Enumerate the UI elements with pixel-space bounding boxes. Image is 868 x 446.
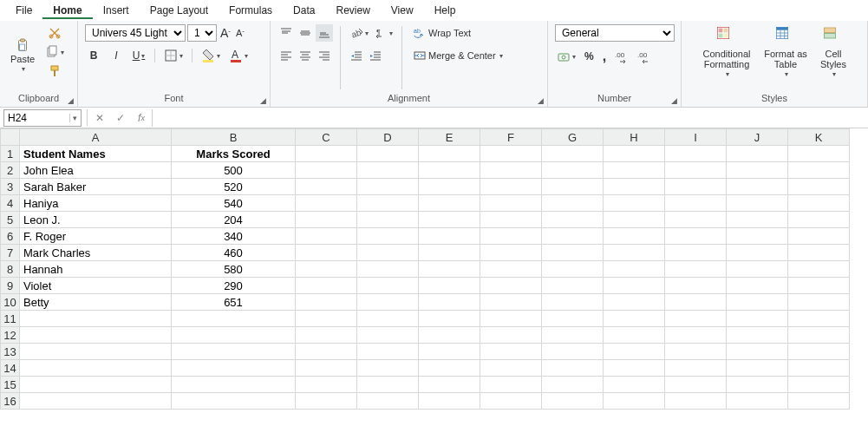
cell[interactable] bbox=[419, 344, 480, 360]
cell[interactable] bbox=[172, 311, 296, 327]
cell[interactable] bbox=[296, 162, 357, 179]
rtl-button[interactable]: ¶▾ bbox=[372, 24, 395, 42]
row-header[interactable]: 3 bbox=[1, 179, 20, 195]
cell[interactable] bbox=[542, 311, 604, 327]
cell[interactable] bbox=[357, 195, 419, 212]
row-header[interactable]: 4 bbox=[1, 195, 20, 212]
cell[interactable] bbox=[604, 261, 665, 278]
cell[interactable] bbox=[296, 278, 357, 294]
cell[interactable] bbox=[296, 377, 357, 393]
row-header[interactable]: 6 bbox=[1, 228, 20, 245]
cell[interactable] bbox=[665, 327, 727, 344]
cell[interactable] bbox=[665, 146, 727, 162]
cell[interactable] bbox=[727, 195, 788, 212]
cell[interactable] bbox=[419, 261, 480, 278]
cell[interactable] bbox=[357, 377, 419, 393]
cell[interactable] bbox=[419, 311, 480, 327]
column-header[interactable]: F bbox=[480, 129, 542, 146]
row-header[interactable]: 5 bbox=[1, 212, 20, 228]
formula-input[interactable] bbox=[152, 109, 868, 127]
cell[interactable] bbox=[419, 195, 480, 212]
cell[interactable] bbox=[357, 261, 419, 278]
dialog-launcher-icon[interactable]: ◢ bbox=[671, 96, 677, 105]
cell[interactable]: 540 bbox=[172, 195, 296, 212]
cell[interactable] bbox=[172, 377, 296, 393]
row-header[interactable]: 16 bbox=[1, 393, 20, 410]
cell[interactable] bbox=[357, 212, 419, 228]
cell[interactable] bbox=[480, 393, 542, 410]
cell[interactable]: Hannah bbox=[20, 261, 172, 278]
align-top-button[interactable] bbox=[277, 24, 295, 42]
merge-center-button[interactable]: Merge & Center ▾ bbox=[409, 47, 522, 64]
cell[interactable] bbox=[480, 261, 542, 278]
menu-review[interactable]: Review bbox=[325, 2, 380, 19]
cell[interactable] bbox=[604, 146, 665, 162]
cell[interactable]: Marks Scored bbox=[172, 146, 296, 162]
font-name-select[interactable]: Univers 45 Light bbox=[85, 24, 186, 42]
menu-file[interactable]: File bbox=[5, 2, 42, 19]
cell[interactable] bbox=[665, 245, 727, 261]
decrease-decimal-button[interactable]: .00 bbox=[636, 48, 653, 65]
increase-indent-button[interactable] bbox=[367, 47, 384, 64]
cell[interactable]: Leon J. bbox=[20, 212, 172, 228]
column-header[interactable]: H bbox=[604, 129, 665, 146]
row-header[interactable]: 15 bbox=[1, 377, 20, 393]
cell[interactable] bbox=[20, 311, 172, 327]
row-header[interactable]: 11 bbox=[1, 311, 20, 327]
cell[interactable] bbox=[480, 162, 542, 179]
column-header[interactable]: B bbox=[172, 129, 296, 146]
cell[interactable] bbox=[419, 294, 480, 311]
dialog-launcher-icon[interactable]: ◢ bbox=[260, 96, 266, 105]
wrap-text-button[interactable]: ab Wrap Text bbox=[409, 24, 513, 42]
cell[interactable] bbox=[419, 393, 480, 410]
row-header[interactable]: 10 bbox=[1, 294, 20, 311]
cell[interactable] bbox=[542, 212, 604, 228]
conditional-formatting-button[interactable]: ConditionalFormatting ▾ bbox=[696, 24, 757, 81]
cell[interactable] bbox=[604, 294, 665, 311]
borders-button[interactable]: ▾ bbox=[162, 47, 185, 64]
align-middle-button[interactable] bbox=[297, 24, 314, 42]
cell[interactable] bbox=[604, 360, 665, 377]
cell[interactable] bbox=[604, 278, 665, 294]
cell[interactable] bbox=[604, 195, 665, 212]
menu-home[interactable]: Home bbox=[42, 2, 92, 19]
cell[interactable]: 340 bbox=[172, 228, 296, 245]
cell[interactable] bbox=[665, 261, 727, 278]
cell[interactable] bbox=[419, 162, 480, 179]
cell[interactable] bbox=[357, 360, 419, 377]
row-header[interactable]: 9 bbox=[1, 278, 20, 294]
cell[interactable] bbox=[296, 228, 357, 245]
cell[interactable] bbox=[542, 294, 604, 311]
cell[interactable] bbox=[542, 162, 604, 179]
fx-button[interactable]: fx bbox=[131, 109, 152, 127]
menu-help[interactable]: Help bbox=[424, 2, 467, 19]
cell[interactable] bbox=[665, 393, 727, 410]
column-header[interactable]: C bbox=[296, 129, 357, 146]
cell[interactable] bbox=[357, 311, 419, 327]
cell[interactable] bbox=[480, 294, 542, 311]
cell[interactable] bbox=[788, 146, 850, 162]
cell[interactable] bbox=[172, 360, 296, 377]
decrease-font-button[interactable]: Aˇ bbox=[234, 26, 246, 40]
cell[interactable] bbox=[665, 344, 727, 360]
cell[interactable] bbox=[296, 327, 357, 344]
fill-color-button[interactable]: ▾ bbox=[199, 47, 222, 64]
cell[interactable]: 520 bbox=[172, 179, 296, 195]
cell[interactable] bbox=[542, 146, 604, 162]
select-all-corner[interactable] bbox=[1, 129, 20, 146]
cell[interactable] bbox=[727, 245, 788, 261]
cell[interactable] bbox=[727, 228, 788, 245]
cell[interactable] bbox=[788, 377, 850, 393]
cell[interactable] bbox=[480, 146, 542, 162]
increase-decimal-button[interactable]: .00 bbox=[613, 48, 630, 65]
cell[interactable] bbox=[480, 377, 542, 393]
cell[interactable] bbox=[357, 162, 419, 179]
column-header[interactable]: I bbox=[665, 129, 727, 146]
currency-button[interactable]: ▾ bbox=[555, 48, 578, 65]
cell[interactable] bbox=[665, 294, 727, 311]
cell[interactable] bbox=[172, 327, 296, 344]
cell[interactable]: 651 bbox=[172, 294, 296, 311]
cell[interactable] bbox=[665, 179, 727, 195]
column-header[interactable]: E bbox=[419, 129, 480, 146]
dialog-launcher-icon[interactable]: ◢ bbox=[538, 96, 544, 105]
